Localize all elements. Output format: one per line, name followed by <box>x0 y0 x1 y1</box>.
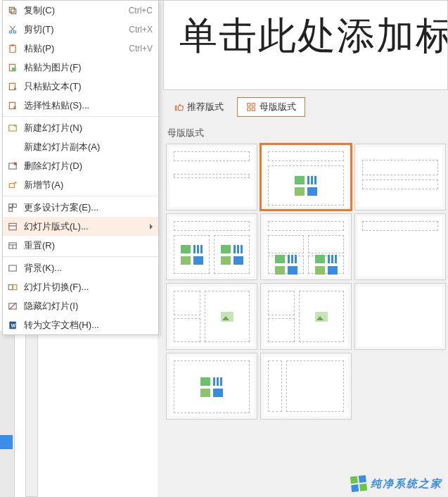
svg-rect-23 <box>8 284 13 289</box>
blank-icon <box>7 141 18 153</box>
layout-thumb-caption[interactable] <box>166 283 257 350</box>
menu-item-7[interactable]: 新建幻灯片(N) <box>3 118 158 137</box>
paste-special-icon <box>7 100 18 111</box>
svg-text:W: W <box>11 322 16 327</box>
svg-rect-22 <box>9 265 17 270</box>
layout-thumb-vertical[interactable] <box>260 353 352 420</box>
to-word-icon: W <box>7 320 18 331</box>
svg-rect-13 <box>9 183 14 187</box>
watermark: 纯净系统之家 <box>351 476 442 491</box>
paste-icon <box>7 43 18 54</box>
menu-item-shortcut: Ctrl+C <box>129 6 153 15</box>
menu-item-0[interactable]: 复制(C)Ctrl+C <box>3 1 158 20</box>
layout-thumb-two-content[interactable] <box>166 213 257 280</box>
svg-rect-29 <box>248 103 250 106</box>
menu-item-label: 转为文字文档(H)... <box>24 319 153 332</box>
cut-icon <box>7 24 18 35</box>
selected-slide-indicator <box>0 435 13 449</box>
menu-item-4[interactable]: A只粘贴文本(T) <box>3 77 158 96</box>
svg-rect-15 <box>13 203 17 207</box>
menu-item-12[interactable]: 更多设计方案(E)... <box>3 198 158 217</box>
menu-item-3[interactable]: 粘贴为图片(F) <box>3 58 158 77</box>
menu-item-label: 选择性粘贴(S)... <box>24 99 153 112</box>
layout-thumb-picture-caption[interactable] <box>260 283 352 350</box>
svg-rect-30 <box>252 103 255 106</box>
menu-item-8[interactable]: 新建幻灯片副本(A) <box>3 137 158 156</box>
menu-item-18[interactable]: 隐藏幻灯片(I) <box>3 296 158 315</box>
layout-thumb-title-content[interactable] <box>260 144 352 210</box>
menu-item-10[interactable]: 新增节(A) <box>3 175 158 194</box>
menu-item-17[interactable]: 幻灯片切换(F)... <box>3 277 158 296</box>
menu-item-13[interactable]: 幻灯片版式(L)... <box>3 217 158 236</box>
menu-item-label: 新建幻灯片(N) <box>24 122 153 134</box>
transition-icon <box>7 282 18 293</box>
svg-rect-16 <box>9 208 13 211</box>
title-placeholder-text: 单击此处添加标 <box>179 11 448 62</box>
menu-item-1[interactable]: 剪切(T)Ctrl+X <box>3 20 158 39</box>
svg-rect-5 <box>11 44 14 46</box>
hide-slide-icon <box>7 301 18 312</box>
new-section-icon <box>7 180 18 191</box>
layout-thumb-comparison[interactable] <box>260 213 352 280</box>
menu-separator <box>3 256 158 257</box>
svg-rect-0 <box>11 8 16 13</box>
menu-item-label: 粘贴为图片(F) <box>24 61 153 74</box>
tab-recommended[interactable]: 推荐版式 <box>165 97 233 117</box>
menu-item-label: 更多设计方案(E)... <box>24 201 153 214</box>
menu-separator <box>3 116 158 117</box>
menu-item-14[interactable]: 重置(R) <box>3 236 158 255</box>
new-slide-icon <box>7 122 18 134</box>
context-menu: 复制(C)Ctrl+C剪切(T)Ctrl+X粘贴(P)Ctrl+V粘贴为图片(F… <box>2 0 159 335</box>
delete-slide-icon <box>7 161 18 172</box>
svg-rect-24 <box>13 284 17 289</box>
tab-recommended-label: 推荐版式 <box>187 101 224 113</box>
chevron-right-icon <box>150 224 153 229</box>
layout-thumb-content-only[interactable] <box>166 353 257 420</box>
menu-item-label: 新增节(A) <box>24 179 153 191</box>
menu-item-label: 粘贴(P) <box>24 42 129 55</box>
watermark-text: 纯净系统之家 <box>371 477 442 491</box>
reset-icon <box>7 240 18 251</box>
svg-point-2 <box>9 30 12 33</box>
menu-item-label: 新建幻灯片副本(A) <box>24 141 153 153</box>
section-label: 母版版式 <box>167 127 448 139</box>
tab-master-label: 母版版式 <box>260 101 296 113</box>
menu-item-label: 复制(C) <box>24 4 129 17</box>
grid-icon <box>246 102 256 112</box>
menu-separator <box>3 196 158 196</box>
layout-panel: 单击此处添加标 推荐版式 母版版式 母版版式 <box>158 0 448 497</box>
svg-line-26 <box>9 303 15 309</box>
menu-item-label: 隐藏幻灯片(I) <box>24 300 153 313</box>
svg-point-3 <box>13 30 16 33</box>
layout-thumb-section[interactable] <box>354 144 446 210</box>
menu-item-label: 幻灯片切换(F)... <box>24 281 153 294</box>
svg-rect-1 <box>9 7 14 12</box>
svg-rect-14 <box>9 203 13 207</box>
layout-icon <box>7 221 18 232</box>
paste-image-icon <box>7 62 18 73</box>
background-icon <box>7 263 18 274</box>
watermark-logo-icon <box>350 475 367 492</box>
layout-thumb-title[interactable] <box>166 144 257 210</box>
slide-thumbnail-strip[interactable] <box>0 331 15 497</box>
layout-grid <box>158 144 448 420</box>
slide-title-placeholder[interactable]: 单击此处添加标 <box>163 1 448 90</box>
svg-rect-31 <box>248 108 250 111</box>
svg-rect-32 <box>252 108 255 111</box>
menu-item-label: 剪切(T) <box>24 23 129 36</box>
thumbs-up-icon <box>174 102 184 112</box>
menu-item-label: 背景(K)... <box>24 262 153 275</box>
menu-item-5[interactable]: 选择性粘贴(S)... <box>3 96 158 115</box>
paste-text-icon: A <box>7 81 18 92</box>
menu-item-16[interactable]: 背景(K)... <box>3 258 158 277</box>
menu-item-9[interactable]: 删除幻灯片(D) <box>3 156 158 175</box>
svg-text:A: A <box>13 85 17 90</box>
menu-item-label: 删除幻灯片(D) <box>24 160 153 172</box>
menu-item-2[interactable]: 粘贴(P)Ctrl+V <box>3 39 158 58</box>
menu-item-19[interactable]: W转为文字文档(H)... <box>3 315 158 334</box>
menu-item-shortcut: Ctrl+V <box>129 44 153 54</box>
tab-master[interactable]: 母版版式 <box>237 97 305 117</box>
layout-tabs: 推荐版式 母版版式 <box>165 97 448 117</box>
layout-thumb-title-only[interactable] <box>354 213 446 280</box>
layout-thumb-blank[interactable] <box>354 283 446 350</box>
